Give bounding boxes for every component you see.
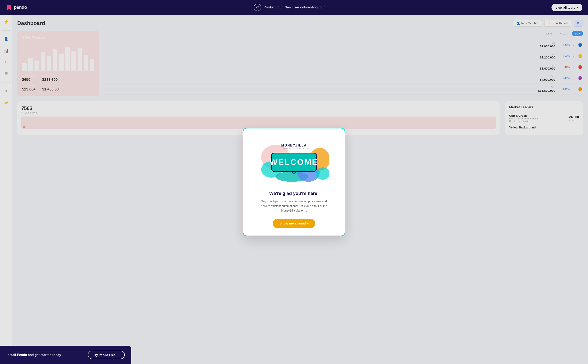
- modal-illustration: MONEYZILLA AN ACME EXAMPLE COMPANY WELCO…: [251, 137, 337, 186]
- modal-body: Say goodbye to manual commission process…: [259, 199, 329, 213]
- welcome-modal: MONEYZILLA AN ACME EXAMPLE COMPANY WELCO…: [243, 128, 345, 236]
- install-text: Install Pendo and get started today: [6, 353, 61, 357]
- modal-overlay: MONEYZILLA AN ACME EXAMPLE COMPANY WELCO…: [0, 0, 588, 364]
- install-bar: Install Pendo and get started today Try …: [0, 346, 131, 364]
- show-me-around-button[interactable]: Show me around »: [273, 219, 315, 228]
- svg-text:WELCOME: WELCOME: [270, 158, 318, 167]
- try-pendo-label: Try Pendo Free →: [93, 353, 119, 357]
- modal-heading: We're glad you're here!: [251, 191, 337, 196]
- svg-text:MONEYZILLA: MONEYZILLA: [281, 144, 307, 147]
- svg-text:AN ACME EXAMPLE COMPANY: AN ACME EXAMPLE COMPANY: [279, 148, 308, 150]
- show-me-label: Show me around »: [279, 221, 309, 225]
- illustration-svg: MONEYZILLA AN ACME EXAMPLE COMPANY WELCO…: [259, 141, 329, 182]
- try-pendo-free-button[interactable]: Try Pendo Free →: [88, 351, 125, 359]
